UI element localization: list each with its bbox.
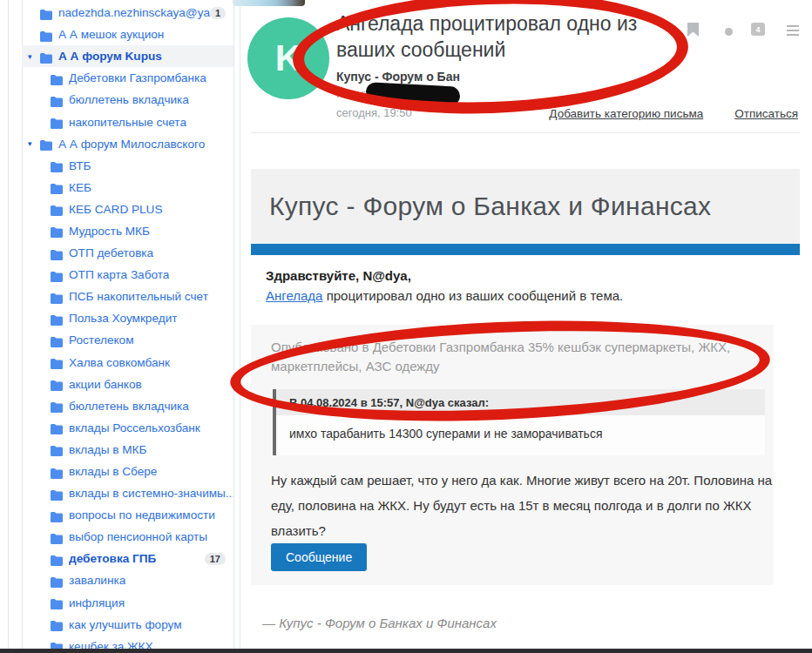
folder-icon: [51, 422, 63, 433]
sidebar-item[interactable]: Ростелеком: [22, 329, 233, 351]
sender-name[interactable]: Купус - Форум о Бан: [336, 70, 460, 84]
sidebar-item-label: КЕБ: [69, 181, 91, 194]
sidebar-item-label: А А форум Kupus: [58, 50, 162, 63]
sidebar-item[interactable]: А А мешок аукцион: [22, 24, 233, 45]
sidebar-item-label: накопительные счета: [69, 116, 186, 129]
sidebar-item-label: бюллетень вкладчика: [69, 93, 189, 106]
intro-rest: процитировал одно из ваших сообщений в т…: [322, 288, 623, 303]
sidebar-item-label: выбор пенсионной карты: [69, 530, 207, 543]
folder-icon: [51, 467, 63, 477]
folder-icon: [51, 292, 63, 302]
status-dot-icon[interactable]: [725, 28, 733, 36]
folder-icon: [51, 532, 63, 542]
sidebar-item-label: завалинка: [69, 574, 125, 587]
email-footer: — Купус - Форум о Банках и Финансах: [262, 616, 497, 630]
sidebar-item-label: кешбек за ЖКХ: [69, 640, 153, 649]
sidebar-item[interactable]: ОТП карта Забота: [22, 264, 233, 286]
folder-icon: [40, 8, 52, 18]
sidebar-item-label: вклады в системно-значимы...: [69, 487, 233, 500]
sidebar-item-label: Ростелеком: [69, 333, 134, 347]
sidebar-item[interactable]: КЕБ CARD PLUS: [22, 199, 233, 220]
sidebar-item[interactable]: вклады Россельхозбанк: [22, 417, 233, 439]
left-gutter-line: [8, 0, 9, 653]
email-subject: Ангелада процитировал одно из ваших сооб…: [336, 10, 683, 63]
sidebar-item[interactable]: выбор пенсионной карты: [22, 526, 233, 548]
sidebar-item[interactable]: ▾ А А форум Kupus: [22, 45, 233, 67]
sidebar-item[interactable]: вклады в системно-значимы...: [22, 482, 233, 504]
to-label: Кому:: [336, 87, 366, 100]
sidebar-item[interactable]: ПСБ накопительный счет: [22, 286, 233, 307]
chevron-down-icon[interactable]: ▾: [28, 52, 32, 60]
folder-icon: [51, 226, 63, 236]
sidebar-item[interactable]: завалинка: [22, 569, 233, 591]
chevron-down-icon[interactable]: ▾: [28, 140, 32, 148]
message-button[interactable]: Сообщение: [271, 543, 367, 571]
folder-icon: [51, 357, 63, 367]
sidebar-item[interactable]: ВТБ: [22, 155, 233, 177]
sidebar-item[interactable]: Дебетовки Газпромбанка: [22, 67, 233, 89]
folder-icon: [51, 576, 63, 586]
bottom-edge-bar: [0, 649, 812, 653]
sidebar-item-label: Польза Хоумкредит: [69, 312, 177, 325]
folder-icon: [51, 270, 63, 280]
sidebar-item-label: вклады Россельхозбанк: [69, 421, 200, 434]
quote-block: В 04.08.2024 в 15:57, N@dya сказал: имхо…: [273, 389, 765, 455]
sidebar-item[interactable]: накопительные счета: [22, 111, 233, 132]
sidebar-item-label: ПСБ накопительный счет: [69, 290, 208, 303]
calendar-icon[interactable]: 4: [751, 23, 765, 36]
sidebar-item-label: вопросы по недвижимости: [69, 508, 215, 522]
folder-icon: [51, 488, 63, 499]
sidebar-item[interactable]: инфляция: [22, 592, 233, 614]
sidebar-item[interactable]: ▾ А А форум Милославского: [22, 133, 233, 155]
quote-header: В 04.08.2024 в 15:57, N@dya сказал:: [276, 389, 765, 415]
sidebar-item[interactable]: Польза Хоумкредит: [22, 307, 233, 329]
forum-banner: Купус - Форум о Банках и Финансах: [251, 169, 800, 244]
sidebar-item-label: ВТБ: [69, 159, 91, 172]
menu-icon[interactable]: [787, 25, 799, 36]
folder-sidebar: nadezhda.nezhinsckaya@ya... 1 А А мешок …: [22, 2, 233, 649]
sidebar-item[interactable]: дебетовка ГПБ 17: [22, 548, 233, 569]
folder-icon: [51, 335, 63, 346]
cropped-thumbnail-fragment: [233, 0, 305, 6]
folder-icon: [51, 401, 63, 411]
folder-icon: [51, 117, 63, 127]
user-link[interactable]: Ангелада: [266, 288, 322, 303]
sidebar-item[interactable]: кешбек за ЖКХ: [22, 636, 233, 649]
sidebar-item-label: Халва совкомбанк: [69, 356, 170, 369]
accent-bar: [251, 244, 800, 255]
sidebar-item[interactable]: ОТП дебетовка: [22, 242, 233, 264]
sidebar-item-label: А А мешок аукцион: [58, 28, 164, 41]
bookmark-icon[interactable]: [687, 23, 699, 37]
sidebar-item[interactable]: вклады в МКБ: [22, 439, 233, 461]
folder-icon: [51, 444, 63, 454]
quote-body: имхо тарабанить 14300 суперами и не замо…: [276, 415, 765, 455]
folder-icon: [51, 204, 63, 214]
email-date: сегодня, 19:50: [336, 106, 412, 119]
folder-icon: [51, 379, 63, 389]
sidebar-item[interactable]: бюллетень вкладчика: [22, 395, 233, 417]
sidebar-item-label: Дебетовки Газпромбанка: [69, 71, 206, 84]
folder-icon: [51, 597, 63, 608]
sidebar-item-label: Мудрость МКБ: [69, 225, 150, 238]
folder-icon: [51, 95, 63, 105]
sender-avatar: K: [247, 17, 329, 99]
unsubscribe-link[interactable]: Отписаться: [734, 107, 798, 120]
folder-icon: [51, 510, 63, 521]
folder-icon: [40, 30, 52, 40]
add-category-link[interactable]: Добавить категорию письма: [549, 107, 703, 120]
sidebar-item[interactable]: вклады в Сбере: [22, 461, 233, 482]
sidebar-item[interactable]: Мудрость МКБ: [22, 220, 233, 242]
sidebar-item[interactable]: КЕБ: [22, 177, 233, 199]
sidebar-item[interactable]: вопросы по недвижимости: [22, 504, 233, 526]
sidebar-item[interactable]: акции банков: [22, 374, 233, 395]
folder-icon: [51, 73, 63, 84]
sidebar-item-label: вклады в Сбере: [69, 465, 157, 478]
sidebar-item[interactable]: nadezhda.nezhinsckaya@ya... 1: [22, 2, 233, 24]
sidebar-item[interactable]: Халва совкомбанк: [22, 352, 233, 374]
greeting-text: Здравствуйте, N@dya,: [266, 268, 411, 283]
folder-icon: [51, 619, 63, 629]
sidebar-item[interactable]: бюллетень вкладчика: [22, 89, 233, 111]
folder-icon: [51, 554, 63, 564]
sidebar-item[interactable]: как улучшить форум: [22, 614, 233, 636]
folder-icon: [40, 51, 52, 62]
